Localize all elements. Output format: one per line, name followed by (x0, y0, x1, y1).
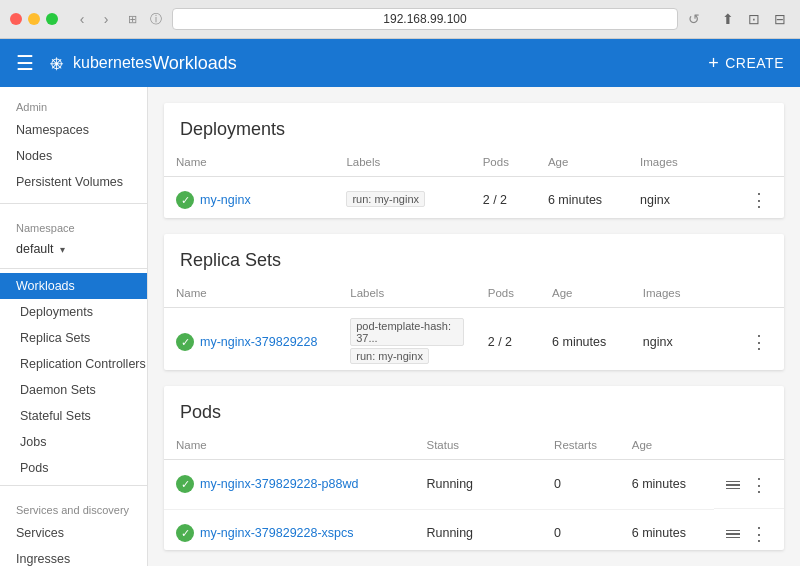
deployment-label-chip: run: my-nginx (346, 191, 425, 207)
deployments-col-images: Images (628, 148, 734, 177)
pods-col-actions (714, 431, 784, 460)
sidebar-section-title-namespace: Namespace (0, 218, 147, 238)
status-ok-icon: ✓ (176, 333, 194, 351)
status-ok-icon: ✓ (176, 191, 194, 209)
pod-name-cell-2: ✓ my-nginx-379829228-xspcs (164, 509, 414, 550)
sidebar-item-jobs[interactable]: Jobs (0, 429, 147, 455)
rs-more-btn[interactable]: ⋮ (746, 329, 772, 355)
sidebar-item-nodes[interactable]: Nodes (0, 143, 147, 169)
pod-restarts-cell-1: 0 (542, 460, 620, 510)
namespace-value: default (16, 242, 54, 256)
deployment-images-cell: nginx (628, 177, 734, 219)
deployments-title: Deployments (164, 103, 784, 148)
deployment-name-link[interactable]: my-nginx (200, 193, 251, 207)
table-row: ✓ my-nginx-379829228-p88wd Running 0 6 m… (164, 460, 784, 510)
pod-logs-icon[interactable] (726, 481, 740, 490)
sidebar-item-replication-controllers[interactable]: Replication Controllers (0, 351, 147, 377)
sidebar-item-services[interactable]: Services (0, 520, 147, 546)
deployment-label-cell: run: my-nginx (334, 177, 470, 219)
pod-restarts-cell-2: 0 (542, 509, 620, 550)
sidebar-item-pods[interactable]: Pods (0, 455, 147, 481)
rs-col-images: Images (631, 279, 734, 308)
deployment-name-cell: ✓ my-nginx (164, 177, 334, 219)
deployment-more-btn[interactable]: ⋮ (746, 187, 772, 213)
pod-name-link-1[interactable]: my-nginx-379829228-p88wd (200, 477, 358, 491)
create-label: CREATE (725, 55, 784, 71)
rs-col-pods: Pods (476, 279, 540, 308)
pod-age-cell-1: 6 minutes (620, 460, 714, 510)
deployment-age-cell: 6 minutes (536, 177, 628, 219)
browser-back-btn[interactable]: ‹ (72, 9, 92, 29)
deployments-card: Deployments Name Labels Pods Age Images (164, 103, 784, 218)
deployments-col-name: Name (164, 148, 334, 177)
sidebar-section-title-services: Services and discovery (0, 500, 147, 520)
sidebar: Admin Namespaces Nodes Persistent Volume… (0, 87, 148, 566)
rs-col-labels: Labels (338, 279, 476, 308)
browser-bookmark-btn[interactable]: ⊡ (744, 9, 764, 29)
pod-logs-icon-2[interactable] (726, 530, 740, 539)
browser-refresh-btn[interactable]: ↺ (684, 9, 704, 29)
status-ok-icon: ✓ (176, 475, 194, 493)
sidebar-item-replica-sets[interactable]: Replica Sets (0, 325, 147, 351)
browser-chrome: ‹ › ⊞ ⓘ 192.168.99.100 ↺ ⬆ ⊡ ⊟ (0, 0, 800, 39)
browser-forward-btn[interactable]: › (96, 9, 116, 29)
sidebar-item-namespaces[interactable]: Namespaces (0, 117, 147, 143)
browser-tab-btn[interactable]: ⊞ (122, 9, 142, 29)
rs-col-name: Name (164, 279, 338, 308)
pod-actions-cell-1: ⋮ (714, 460, 784, 509)
sidebar-item-workloads[interactable]: Workloads (0, 273, 147, 299)
pod-age-cell-2: 6 minutes (620, 509, 714, 550)
menu-icon[interactable]: ☰ (16, 51, 34, 75)
table-row: ✓ my-nginx-379829228 pod-template-hash: … (164, 308, 784, 371)
pod-name-cell-1: ✓ my-nginx-379829228-p88wd (164, 460, 414, 510)
pod-name-link-2[interactable]: my-nginx-379829228-xspcs (200, 526, 354, 540)
browser-close-btn[interactable] (10, 13, 22, 25)
deployments-col-pods: Pods (471, 148, 536, 177)
deployments-col-actions (734, 148, 784, 177)
browser-sidebar-btn[interactable]: ⊟ (770, 9, 790, 29)
pod-status-cell-1: Running (414, 460, 542, 510)
browser-nav: ‹ › (72, 9, 116, 29)
pods-card: Pods Name Status Restarts Age (164, 386, 784, 550)
sidebar-item-stateful-sets[interactable]: Stateful Sets (0, 403, 147, 429)
browser-info-btn[interactable]: ⓘ (146, 9, 166, 29)
browser-url-bar[interactable]: 192.168.99.100 (172, 8, 678, 30)
pods-col-restarts: Restarts (542, 431, 620, 460)
table-row: ✓ my-nginx-379829228-xspcs Running 0 6 m… (164, 509, 784, 550)
rs-col-actions (734, 279, 784, 308)
rs-label-chip-2: run: my-nginx (350, 348, 429, 364)
deployments-col-age: Age (536, 148, 628, 177)
sidebar-item-daemon-sets[interactable]: Daemon Sets (0, 377, 147, 403)
sidebar-item-deployments[interactable]: Deployments (0, 299, 147, 325)
deployment-actions-cell: ⋮ (734, 177, 784, 219)
pod-more-btn-1[interactable]: ⋮ (746, 472, 772, 498)
replica-sets-title: Replica Sets (164, 234, 784, 279)
sidebar-section-admin: Admin Namespaces Nodes Persistent Volume… (0, 87, 147, 199)
table-row: ✓ my-nginx run: my-nginx 2 / 2 6 minutes… (164, 177, 784, 219)
sidebar-item-persistent-volumes[interactable]: Persistent Volumes (0, 169, 147, 195)
create-plus-icon: + (708, 53, 719, 74)
url-text: 192.168.99.100 (383, 12, 466, 26)
chevron-down-icon: ▾ (60, 244, 65, 255)
browser-maximize-btn[interactable] (46, 13, 58, 25)
browser-minimize-btn[interactable] (28, 13, 40, 25)
sidebar-section-title-admin: Admin (0, 97, 147, 117)
replica-sets-table: Name Labels Pods Age Images ✓ my-nginx- (164, 279, 784, 370)
namespace-selector[interactable]: default ▾ (0, 238, 147, 260)
deployments-table: Name Labels Pods Age Images ✓ my-nginx (164, 148, 784, 218)
browser-share-btn[interactable]: ⬆ (718, 9, 738, 29)
rs-name-link[interactable]: my-nginx-379829228 (200, 335, 317, 349)
header-logo: ⎈ kubernetes (50, 50, 152, 76)
pod-status-cell-2: Running (414, 509, 542, 550)
rs-col-age: Age (540, 279, 631, 308)
pod-more-btn-2[interactable]: ⋮ (746, 521, 772, 547)
rs-label-chip-1: pod-template-hash: 37... (350, 318, 464, 346)
pods-title: Pods (164, 386, 784, 431)
rs-actions-cell: ⋮ (734, 308, 784, 371)
status-ok-icon: ✓ (176, 524, 194, 542)
logo-text: kubernetes (73, 54, 152, 72)
sidebar-item-ingresses[interactable]: Ingresses (0, 546, 147, 566)
create-button[interactable]: + CREATE (708, 53, 784, 74)
pods-col-status: Status (414, 431, 542, 460)
rs-label-cell: pod-template-hash: 37... run: my-nginx (338, 308, 476, 371)
